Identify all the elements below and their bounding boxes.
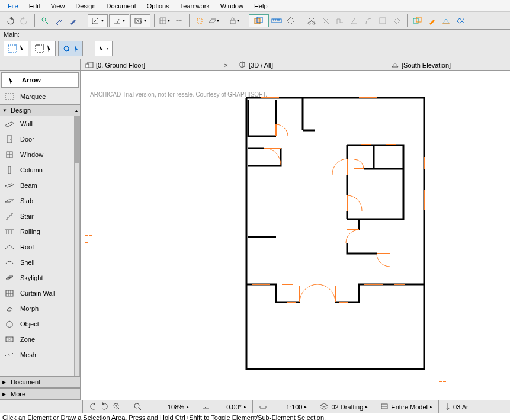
chevron-right-icon[interactable]: ▸: [304, 405, 307, 409]
chevron-right-icon[interactable]: ▸: [430, 405, 432, 409]
sel-mode-2[interactable]: [31, 41, 56, 56]
chevron-right-icon[interactable]: ▸: [244, 405, 246, 409]
fillet-button[interactable]: [362, 14, 375, 27]
redo-button[interactable]: [18, 14, 31, 27]
tool-beam[interactable]: Beam: [0, 178, 74, 193]
tool-label: Marquee: [20, 93, 46, 100]
tool-skylight[interactable]: Skylight: [0, 270, 74, 286]
navigator-button[interactable]: [454, 14, 467, 27]
tool-marquee[interactable]: Marquee: [0, 89, 80, 104]
tool-label: Morph: [20, 305, 39, 312]
menu-help[interactable]: Help: [249, 2, 273, 9]
section-design[interactable]: ▼Design▴: [0, 104, 80, 116]
angle-dropdown[interactable]: ▼: [109, 14, 129, 27]
toolbox-scrollbar[interactable]: [74, 116, 80, 376]
split-button[interactable]: [319, 14, 332, 27]
edit-sel-button[interactable]: [425, 14, 438, 27]
element-info-button[interactable]: [284, 14, 297, 27]
zoom-icon[interactable]: [133, 402, 142, 412]
section-label: Design: [11, 107, 31, 114]
extra-icon[interactable]: [445, 402, 451, 412]
menu-window[interactable]: Window: [215, 2, 249, 9]
snap-button[interactable]: [172, 14, 185, 27]
main-toolbar: ▼ ▼ xy▼ ▼ ▼ ▼: [0, 12, 510, 30]
tool-door[interactable]: Door: [0, 132, 74, 147]
section-document[interactable]: ▶Document: [0, 376, 80, 388]
tool-roof[interactable]: Roof: [0, 239, 74, 255]
open-view-button[interactable]: [440, 14, 453, 27]
measure-button[interactable]: [270, 14, 283, 27]
menu-options[interactable]: Options: [142, 2, 175, 9]
angle-value[interactable]: 0.00°: [226, 403, 242, 411]
lock-button[interactable]: ▼: [228, 14, 241, 27]
tab-3d[interactable]: [3D / All]: [233, 59, 386, 70]
layer-value[interactable]: 02 Drafting: [331, 403, 363, 411]
pickup-button[interactable]: [39, 14, 52, 27]
tool-wall[interactable]: Wall: [0, 116, 74, 132]
tool-shell[interactable]: Shell: [0, 255, 74, 270]
menu-teamwork[interactable]: Teamwork: [175, 2, 215, 9]
tool-stair[interactable]: Stair: [0, 209, 74, 224]
grid-snap-button[interactable]: ▼: [158, 14, 171, 27]
tool-railing[interactable]: Railing: [0, 224, 74, 239]
tool-object[interactable]: Object: [0, 316, 74, 332]
ruler-dropdown[interactable]: ▼: [88, 14, 108, 27]
sel-mode-3[interactable]: [58, 41, 83, 56]
trim-button[interactable]: [305, 14, 318, 27]
menu-file[interactable]: File: [2, 2, 24, 9]
plane-button[interactable]: ▼: [207, 14, 220, 27]
chevron-right-icon[interactable]: ▸: [365, 405, 368, 409]
tool-column[interactable]: Column: [0, 162, 74, 178]
tool-zone[interactable]: Zone: [0, 332, 74, 347]
angle-icon[interactable]: [201, 402, 210, 412]
scale-icon[interactable]: [259, 403, 267, 411]
chevron-right-icon[interactable]: ▸: [187, 405, 189, 409]
menu-design[interactable]: Design: [70, 2, 101, 9]
fwd-view-icon[interactable]: [101, 402, 109, 412]
tab-label: [3D / All]: [249, 62, 273, 69]
extra-value[interactable]: 03 Ar: [453, 403, 469, 411]
sel-arrow-dropdown[interactable]: ▸: [95, 41, 113, 56]
undo-button[interactable]: [4, 14, 17, 27]
curtain-icon: [4, 288, 15, 299]
tool-label: Skylight: [20, 274, 43, 281]
layer-icon[interactable]: [319, 403, 329, 411]
coord-dropdown[interactable]: xy▼: [130, 14, 150, 27]
sel-mode-1[interactable]: [4, 41, 28, 56]
tool-label: Slab: [20, 197, 33, 204]
door-icon: [4, 134, 15, 145]
adjust-button[interactable]: [333, 14, 347, 27]
model-value[interactable]: Entire Model: [391, 403, 428, 411]
offset-button[interactable]: [390, 14, 403, 27]
tab-elevation[interactable]: [South Elevation]: [386, 59, 463, 70]
tool-mesh[interactable]: Mesh: [0, 347, 74, 363]
resize-button[interactable]: [376, 14, 389, 27]
section-more[interactable]: ▶More: [0, 388, 80, 400]
tool-arrow[interactable]: Arrow: [1, 72, 79, 88]
eyedropper-button[interactable]: [53, 14, 66, 27]
zoom-fit-icon[interactable]: [113, 402, 121, 412]
menu-document[interactable]: Document: [101, 2, 142, 9]
drawing-canvas[interactable]: ARCHICAD Trial version, not for resale. …: [81, 71, 510, 400]
main-label: Main:: [0, 30, 510, 38]
scale-value[interactable]: 1:100: [286, 403, 303, 411]
floor-plan-drawing: [81, 71, 510, 400]
tool-window[interactable]: Window: [0, 147, 74, 162]
menu-view[interactable]: View: [46, 2, 70, 9]
tool-morph[interactable]: Morph: [0, 301, 74, 316]
intersect-button[interactable]: [348, 14, 361, 27]
model-icon[interactable]: [380, 403, 389, 411]
trace-button[interactable]: [249, 14, 269, 27]
floorplan-icon: [85, 61, 94, 69]
back-view-icon[interactable]: [89, 402, 97, 412]
tab-ground-floor[interactable]: [0. Ground Floor] ×: [81, 59, 233, 70]
zoom-value[interactable]: 108%: [168, 403, 184, 411]
tool-slab[interactable]: Slab: [0, 193, 74, 209]
inject-button[interactable]: [67, 14, 80, 27]
tool-curtain-wall[interactable]: Curtain Wall: [0, 286, 74, 301]
close-icon[interactable]: ×: [224, 62, 228, 69]
show-sel-button[interactable]: [411, 14, 424, 27]
menu-edit[interactable]: Edit: [24, 2, 46, 9]
object-icon: [4, 319, 15, 329]
guideline-button[interactable]: [193, 14, 206, 27]
